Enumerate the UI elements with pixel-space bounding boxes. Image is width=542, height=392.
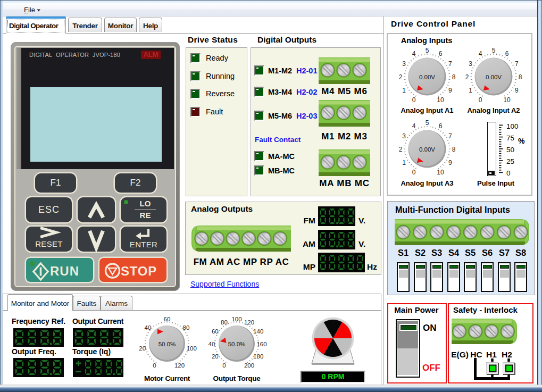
svg-text:5: 5	[426, 47, 429, 54]
svg-text:100: 100	[187, 345, 197, 352]
svg-text:0: 0	[153, 362, 156, 369]
svg-text:RUN: RUN	[50, 264, 79, 278]
svg-text:60: 60	[164, 316, 171, 322]
svg-text:8: 8	[519, 73, 522, 81]
svg-text:200: 200	[244, 362, 254, 369]
svg-text:6: 6	[439, 50, 443, 57]
svg-text:2: 2	[399, 73, 403, 81]
svg-text:180: 180	[253, 353, 263, 360]
svg-text:0.00V: 0.00V	[419, 146, 435, 153]
svg-text:50.0%: 50.0%	[159, 341, 176, 347]
svg-text:2: 2	[399, 146, 403, 153]
svg-text:50.0%: 50.0%	[228, 341, 246, 347]
svg-text:4: 4	[479, 50, 482, 57]
svg-text:120: 120	[244, 319, 254, 326]
svg-text:1: 1	[402, 87, 406, 94]
svg-text:4: 4	[412, 50, 416, 57]
svg-text:5: 5	[426, 119, 429, 127]
svg-text:0.00V: 0.00V	[486, 74, 502, 80]
svg-text:80: 80	[221, 319, 228, 326]
svg-text:4: 4	[412, 122, 416, 130]
svg-text:0: 0	[479, 96, 482, 104]
svg-text:8: 8	[452, 73, 456, 81]
svg-text:STOP: STOP	[121, 264, 157, 278]
svg-text:3: 3	[469, 60, 472, 68]
svg-text:10: 10	[437, 96, 444, 104]
svg-text:20: 20	[212, 353, 219, 360]
svg-text:100: 100	[231, 316, 241, 322]
svg-text:6: 6	[505, 50, 509, 57]
svg-text:2: 2	[465, 73, 469, 81]
svg-text:10: 10	[503, 96, 511, 104]
svg-text:8: 8	[452, 146, 456, 153]
svg-text:120: 120	[174, 362, 185, 369]
svg-text:0: 0	[412, 169, 416, 176]
svg-text:9: 9	[515, 87, 519, 94]
svg-text:20: 20	[139, 345, 146, 352]
svg-text:7: 7	[448, 132, 452, 140]
svg-text:7: 7	[515, 60, 519, 68]
svg-text:140: 140	[253, 328, 263, 335]
svg-text:6: 6	[439, 122, 443, 130]
svg-text:40: 40	[209, 341, 215, 347]
svg-text:9: 9	[448, 159, 452, 166]
svg-text:1: 1	[469, 87, 472, 94]
svg-text:5: 5	[492, 47, 496, 54]
svg-text:0.00V: 0.00V	[419, 74, 435, 80]
svg-text:60: 60	[212, 328, 219, 335]
svg-text:160: 160	[256, 341, 266, 347]
svg-text:1: 1	[402, 159, 406, 166]
svg-text:3: 3	[402, 60, 406, 68]
svg-text:0: 0	[222, 362, 226, 369]
svg-text:80: 80	[183, 324, 190, 331]
svg-text:7: 7	[448, 60, 452, 68]
svg-text:40: 40	[145, 324, 152, 331]
svg-text:10: 10	[437, 169, 444, 176]
svg-text:3: 3	[402, 132, 406, 140]
svg-text:0: 0	[412, 96, 416, 104]
svg-text:9: 9	[448, 87, 452, 94]
